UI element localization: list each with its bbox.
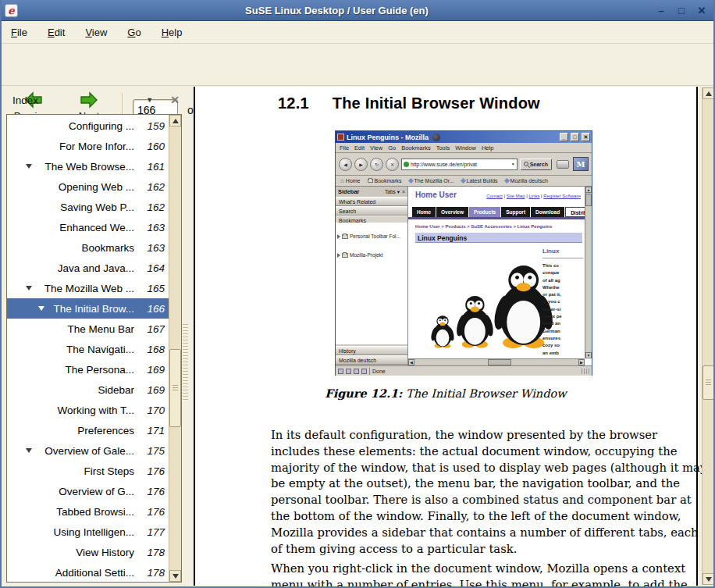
index-header[interactable]: Index ▼ ✕	[3, 86, 189, 114]
index-item-page: 176	[141, 506, 165, 518]
maximize-icon[interactable]: □	[676, 5, 687, 16]
menu-file[interactable]: File	[11, 27, 27, 38]
browser-vertical-scrollbar: ▲ ▼	[585, 187, 592, 358]
expander-icon[interactable]	[38, 306, 44, 311]
sidebar-tab-search: Search	[336, 206, 407, 216]
index-item-label: Additional Setti...	[7, 567, 134, 579]
index-item-label: Bookmarks	[7, 242, 134, 254]
url-dropdown-icon: ▼	[511, 162, 515, 166]
penguins-photo	[430, 241, 557, 352]
index-scrollbar-thumb[interactable]	[169, 349, 181, 427]
index-item[interactable]: For More Infor...160	[7, 136, 169, 156]
index-item-label: The Persona...	[7, 364, 134, 376]
browser-content: Home User Contact | Site Map | Links | R…	[408, 187, 592, 365]
index-item[interactable]: The Initial Brow...166	[7, 298, 169, 319]
folder-icon	[342, 253, 348, 258]
aside-text-line: or pat it,	[542, 291, 583, 298]
index-item[interactable]: Enhanced We...163	[7, 217, 169, 237]
index-item[interactable]: The Menu Bar167	[7, 319, 169, 339]
browser-horizontal-scrollbar: ◀ ▶	[408, 358, 585, 365]
header-link: Site Map	[507, 194, 525, 198]
document-scrollbar[interactable]	[702, 87, 714, 585]
folder-icon	[342, 234, 348, 239]
index-item[interactable]: The Persona...169	[7, 359, 169, 380]
menu-view[interactable]: View	[85, 27, 107, 38]
scroll-up-icon[interactable]	[703, 87, 714, 99]
menu-help[interactable]: Help	[162, 27, 183, 38]
index-item-label: Preferences	[7, 425, 134, 437]
index-item[interactable]: The Mozilla Web ...165	[7, 278, 169, 298]
index-item-label: Overview of G...	[7, 486, 134, 497]
index-item[interactable]: The Web Browse...161	[7, 156, 169, 176]
titlebar[interactable]: e SuSE Linux Desktop / User Guide (en) –…	[0, 0, 715, 21]
browser-sidebar: Sidebar Tabs ▾ × What's RelatedSearchBoo…	[336, 187, 408, 365]
index-item-page: 169	[141, 364, 165, 376]
browser-scroll-down-icon: ▼	[585, 352, 592, 358]
index-item-label: The Menu Bar	[7, 323, 134, 335]
index-item[interactable]: Saving Web P...162	[7, 197, 169, 217]
personal-toolbar-item: Bookmarks	[368, 178, 402, 184]
index-item[interactable]: Working with T...170	[7, 400, 169, 420]
mozilla-logo-icon	[432, 134, 440, 141]
expander-icon[interactable]	[26, 164, 32, 169]
index-item-page: 168	[141, 344, 165, 355]
index-item[interactable]: Configuring ...159	[7, 116, 169, 136]
sidebar-close-icon[interactable]: ✕	[170, 94, 180, 106]
index-item[interactable]: Opening Web ...162	[7, 176, 169, 197]
index-item-label: For More Infor...	[7, 141, 134, 152]
index-item[interactable]: Java and Java...164	[7, 258, 169, 278]
expander-icon[interactable]	[26, 286, 32, 290]
browser-menubar: FileEditViewGoBookmarksToolsWindowHelp	[336, 143, 592, 153]
bookmark-icon	[504, 178, 510, 184]
index-tree[interactable]: Configuring ...159For More Infor...160Th…	[7, 115, 169, 582]
index-item[interactable]: Additional Setti...178	[7, 562, 169, 582]
scroll-down-icon[interactable]	[703, 573, 714, 585]
window-icon: e	[5, 4, 18, 17]
index-item-page: 162	[141, 181, 165, 193]
index-item[interactable]: Preferences171	[7, 420, 169, 440]
expander-icon[interactable]	[26, 448, 32, 453]
body-paragraph: In its default configuration, the window…	[271, 427, 708, 557]
index-item[interactable]: Bookmarks163	[7, 237, 169, 258]
personal-toolbar-label: Bookmarks	[375, 178, 402, 184]
menu-go[interactable]: Go	[127, 27, 141, 38]
minimize-icon[interactable]: –	[656, 5, 667, 16]
site-tab-products: Products	[469, 207, 500, 217]
back-icon: ◀	[339, 158, 352, 171]
chevron-down-icon[interactable]: ▼	[146, 96, 153, 104]
menu-edit[interactable]: Edit	[48, 27, 65, 38]
scroll-down-icon[interactable]	[169, 570, 181, 582]
site-tab-overview: Overview	[436, 207, 468, 217]
application-window: e SuSE Linux Desktop / User Guide (en) –…	[0, 0, 715, 588]
index-item[interactable]: Overview of G...176	[7, 481, 169, 501]
browser-menu-tools: Tools	[436, 144, 450, 151]
document-scrollbar-thumb[interactable]	[703, 365, 714, 400]
forward-icon: ▶	[354, 158, 368, 171]
folder-icon	[368, 179, 373, 183]
index-item[interactable]: First Steps176	[7, 461, 169, 481]
index-scrollbar[interactable]	[169, 115, 181, 582]
reload-icon: ↻	[370, 158, 383, 171]
browser-nav-toolbar: ◀ ▶ ↻ ✕ http://www.suse.de/en/privat ▼ S…	[336, 153, 592, 176]
browser-body: Sidebar Tabs ▾ × What's RelatedSearchBoo…	[336, 187, 592, 365]
browser-menu-bookmarks: Bookmarks	[401, 144, 431, 151]
index-item[interactable]: Tabbed Browsi...176	[7, 501, 169, 522]
close-icon[interactable]: ✕	[696, 5, 707, 16]
aside-text-line: German	[542, 328, 583, 335]
index-item-page: 166	[141, 303, 165, 315]
index-item[interactable]: The Navigati...168	[7, 339, 169, 359]
browser-search-button: Search	[520, 159, 552, 170]
index-item-page: 175	[141, 445, 165, 457]
sidebar-close-x-icon: ×	[402, 189, 405, 194]
browser-titlebar: Linux Penguins - Mozilla _ □ ✕	[336, 131, 592, 143]
index-item[interactable]: Overview of Gale...175	[7, 440, 169, 461]
aside-text-line: super-si	[542, 306, 583, 313]
scroll-up-icon[interactable]	[169, 115, 181, 127]
browser-minimize-icon: _	[560, 133, 568, 141]
index-item[interactable]: View History178	[7, 542, 169, 562]
index-item[interactable]: Using Intelligen...177	[7, 522, 169, 542]
menubar: FileEditViewGoHelp	[2, 21, 713, 44]
index-item-label: Tabbed Browsi...	[7, 506, 134, 518]
pane-resize-handle[interactable]	[181, 86, 190, 586]
index-item[interactable]: Sidebar169	[7, 380, 169, 400]
